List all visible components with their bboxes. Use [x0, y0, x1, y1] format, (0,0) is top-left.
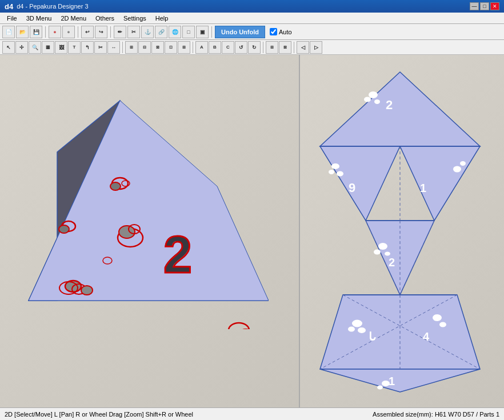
tsep3 — [263, 42, 263, 53]
maximize-button[interactable]: □ — [480, 2, 489, 10]
tool3[interactable]: ⚓ — [141, 26, 154, 38]
toolbar2: ↖ ✢ 🔍 ▦ 🖼 T ↰ ✂ ↔ ⊞ ⊟ ⊠ ⊡ ⊞ A B C ↺ ↻ ⊞ … — [0, 40, 504, 55]
menu-3d[interactable]: 3D Menu — [22, 13, 57, 23]
t2-page-next[interactable]: ▷ — [310, 41, 322, 54]
svg-point-15 — [229, 323, 249, 329]
tool1[interactable]: ✏ — [114, 26, 126, 38]
close-button[interactable]: ✕ — [490, 2, 499, 10]
svg-point-9 — [110, 182, 121, 190]
svg-point-57 — [358, 327, 366, 333]
t2-grid[interactable]: ▦ — [42, 41, 54, 54]
svg-point-44 — [369, 91, 378, 98]
titlebar-title: d4 - Pepakura Designer 3 — [17, 3, 88, 10]
undo-unfold-button[interactable]: Undo Unfold — [215, 26, 265, 38]
3d-shape: 2 2 — [23, 83, 269, 329]
3d-view-color[interactable]: ● — [49, 26, 61, 38]
svg-point-51 — [460, 161, 466, 166]
minimize-button[interactable]: — — [470, 2, 479, 10]
tool2[interactable]: ✂ — [127, 26, 140, 38]
t2-align2[interactable]: ⊟ — [138, 41, 151, 54]
t2-align4[interactable]: ⊡ — [165, 41, 177, 54]
svg-point-47 — [331, 163, 339, 169]
sep4 — [211, 26, 212, 38]
svg-marker-22 — [320, 146, 400, 221]
svg-point-48 — [329, 170, 334, 174]
tsep2 — [193, 42, 193, 53]
svg-point-60 — [382, 381, 390, 386]
svg-point-56 — [348, 327, 355, 332]
menu-settings[interactable]: Settings — [119, 13, 151, 23]
new-button[interactable]: 📄 — [2, 26, 15, 38]
svg-point-14 — [81, 286, 93, 295]
svg-text:2: 2 — [389, 256, 395, 269]
svg-marker-23 — [400, 146, 480, 221]
t2-select[interactable]: ↖ — [2, 41, 15, 54]
menu-others[interactable]: Others — [91, 13, 119, 23]
undo-button[interactable]: ↩ — [81, 26, 94, 38]
t2-cut[interactable]: ✂ — [94, 41, 107, 54]
tool5[interactable]: 🌐 — [169, 26, 181, 38]
svg-text:1: 1 — [420, 182, 426, 194]
sep1 — [45, 26, 46, 38]
t2-zoom[interactable]: 🔍 — [29, 41, 41, 54]
t2-move[interactable]: ✢ — [15, 41, 28, 54]
tool7[interactable]: ▣ — [196, 26, 209, 38]
sep3 — [110, 26, 111, 38]
t2-tex[interactable]: T — [68, 41, 81, 54]
main-area: 2 2 — [0, 55, 504, 407]
tool4[interactable]: 🔗 — [155, 26, 167, 38]
svg-point-46 — [374, 99, 380, 104]
svg-point-20 — [59, 225, 69, 233]
t2-rotate[interactable]: ↺ — [235, 41, 247, 54]
save-button[interactable]: 💾 — [30, 26, 42, 38]
t2-rotate2[interactable]: ↻ — [248, 41, 261, 54]
svg-point-59 — [439, 322, 446, 327]
svg-text:ᒐ: ᒐ — [369, 330, 376, 343]
titlebar: d4 d4 - Pepakura Designer 3 — □ ✕ — [0, 0, 504, 13]
t2-img[interactable]: 🖼 — [55, 41, 67, 54]
svg-point-52 — [378, 243, 387, 250]
menu-file[interactable]: File — [2, 13, 22, 23]
t2-num2[interactable]: B — [209, 41, 221, 54]
t2-num1[interactable]: A — [195, 41, 208, 54]
svg-text:2: 2 — [163, 226, 192, 283]
statusbar: 2D [Select/Move] L [Pan] R or Wheel Drag… — [0, 407, 504, 420]
2d-view[interactable]: 2 9 1 2 ᒐ 4 1 — [300, 55, 504, 407]
toolbar1: 📄 📂 💾 ● ● ↩ ↪ ✏ ✂ ⚓ 🔗 🌐 □ ▣ Undo Unfold … — [0, 24, 504, 40]
t2-num3[interactable]: C — [222, 41, 234, 54]
t2-align1[interactable]: ⊞ — [125, 41, 138, 54]
t2-snap2[interactable]: ⊠ — [279, 41, 291, 54]
3d-view[interactable]: 2 2 — [0, 55, 300, 407]
t2-align5[interactable]: ⊞ — [178, 41, 190, 54]
svg-marker-36 — [320, 369, 480, 392]
2d-shape: 2 9 1 2 ᒐ 4 1 — [311, 66, 483, 386]
svg-point-50 — [453, 166, 461, 173]
auto-checkbox[interactable] — [270, 28, 277, 35]
menu-2d[interactable]: 2D Menu — [56, 13, 91, 23]
t2-flip[interactable]: ↔ — [107, 41, 120, 54]
status-left: 2D [Select/Move] L [Pan] R or Wheel Drag… — [5, 411, 193, 418]
t2-page-prev[interactable]: ◁ — [297, 41, 309, 54]
svg-marker-21 — [320, 72, 480, 146]
titlebar-controls[interactable]: — □ ✕ — [470, 2, 499, 10]
svg-text:1: 1 — [389, 375, 395, 387]
sep2 — [78, 26, 78, 38]
svg-point-55 — [352, 320, 362, 327]
t2-fold[interactable]: ↰ — [81, 41, 94, 54]
tool6[interactable]: □ — [182, 26, 195, 38]
auto-checkbox-container[interactable]: Auto — [270, 28, 292, 35]
app-icon: d4 — [5, 2, 13, 11]
svg-point-58 — [433, 314, 442, 321]
t2-align3[interactable]: ⊠ — [151, 41, 164, 54]
tsep4 — [294, 42, 294, 53]
titlebar-left: d4 d4 - Pepakura Designer 3 — [5, 2, 89, 11]
t2-snap1[interactable]: ⊞ — [266, 41, 278, 54]
3d-view-gray[interactable]: ● — [62, 26, 75, 38]
svg-text:4: 4 — [423, 330, 430, 343]
menu-help[interactable]: Help — [151, 13, 173, 23]
open-button[interactable]: 📂 — [16, 26, 29, 38]
svg-text:2: 2 — [386, 98, 393, 112]
tsep1 — [122, 42, 123, 53]
redo-button[interactable]: ↪ — [95, 26, 107, 38]
auto-label: Auto — [279, 29, 292, 35]
